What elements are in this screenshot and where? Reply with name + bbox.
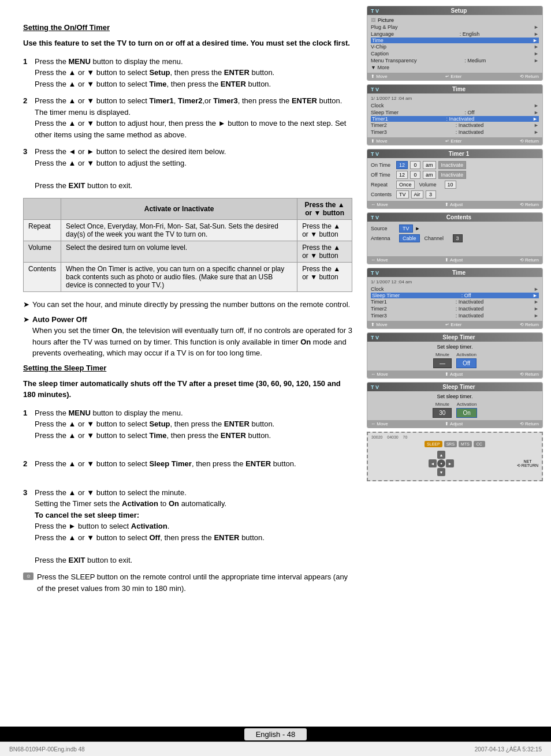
remote-dpad-up[interactable]: ▲ [437,451,445,459]
meta-left: BN68-01094P-00Eng.indb 48 [9,746,85,753]
timer1-repeat-row: Repeat Once Volume 10 [371,179,539,189]
panel-time-row-timer3: Timer3 : Inactivated ► [371,129,539,136]
remote-dpad-enter[interactable]: ● [437,459,445,467]
note-remote: ➤ You can set the hour, and minute direc… [23,299,352,310]
panel-time-row-sleep: Sleep Timer : Off ► [371,109,539,116]
remote-dpad-empty-tr [446,451,454,459]
contents-source-label: Source [371,226,397,231]
table-header-activate: Activate or Inactivate [61,199,297,220]
table-cell-repeat-label: Repeat [24,220,61,241]
table-cell-repeat-action: Press the ▲ or ▼ button [297,220,352,241]
panel-time2: T V Time 1/ 1/2007 12 :04 am Clock ► Sle… [367,268,543,329]
panel-time-timer3-value: : Inactivated [456,129,484,135]
panel-sleep2-set-text: Set sleep timer. [371,394,539,399]
remote-dpad-right[interactable]: ► [446,459,454,467]
panel-sleep2-activation-col: Activation On [456,402,476,418]
panel-time-sleep-label: Sleep Timer [371,110,405,115]
footer-bar: English - 48 [0,727,551,742]
table-cell-contents-action: Press the ▲ or ▼ button [297,263,352,292]
panel-sleep1-minute-label: Minute [433,352,452,357]
panel-time2-timer3-value: : Inactivated [456,313,484,319]
panel-time2-title: Time [452,270,466,276]
step-text-3: Press the ◄ or ► button to select the de… [35,146,226,191]
contents-source-arrow: ► [415,226,420,231]
remote-btn-sleep[interactable]: SLEEP [425,441,442,447]
remote-top-row: 30020 04030 70 [371,435,538,439]
panel-sleep2-minute-col: Minute 30 [433,402,452,418]
sidebar-panels: T V Setup 🖼 Picture Plug & Play ► Langua… [364,0,549,756]
panel-sleep1: T V Sleep Timer Set sleep timer. Minute … [367,332,543,379]
panel-contents-tv-label: T V [371,215,379,220]
panel-time2-footer-return: ⟲ Return [520,322,539,327]
panel-sleep1-footer-return: ⟲ Return [520,372,539,377]
panel-time2-clock-label: Clock [371,286,405,292]
panel-sleep1-minute-val: — [433,358,452,368]
panel-sleep2-footer-move: ↔ Move [371,421,388,426]
main-content: Setting the On/Off Timer Use this featur… [0,0,364,756]
sleep-step-2: 2 Press the ▲ or ▼ button to select Slee… [23,458,352,470]
panel-setup-caption-arrow: ► [534,51,539,57]
remote-dpad-left[interactable]: ◄ [429,459,437,467]
sleep-step-3: 3 Press the ▲ or ▼ button to select the … [23,487,352,566]
panel-time-timer2-arrow: ► [534,122,539,128]
panel-time: T V Time 1/ 1/2007 12 :04 am Clock ► Sle… [367,84,543,145]
step-num-2: 2 [23,95,35,140]
remote-btn-cc[interactable]: CC [474,441,485,447]
timer1-volume-val: 10 [445,181,456,189]
panel-time-footer-return: ⟲ Return [520,139,539,144]
timer1-off-activate: Inactivate [438,171,467,179]
panel-time2-row-sleep: Sleep Timer : Off ► [371,293,539,298]
panel-setup-row-menu-trans: Menu Transparency : Medium ► [371,57,539,64]
section-title-onoff: Setting the On/Off Timer [23,23,352,32]
panel-time-timer2-value: : Inactivated [456,122,484,128]
panel-time-timer3-arrow: ► [534,129,539,135]
step-2-onoff: 2 Press the ▲ or ▼ button to select Time… [23,95,352,140]
step-num-1: 1 [23,56,35,90]
timer1-off-hour: 12 [396,171,408,179]
timer1-off-min: 0 [410,171,420,179]
panel-sleep2-footer-adjust: ⬆ Adjust [445,421,463,426]
panel-time-clock-arrow: ► [534,103,539,108]
step-1-onoff: 1 Press the MENU button to display the m… [23,56,352,90]
sleep-step-text-1: Press the MENU button to display the men… [35,407,274,441]
panel-time-timer1-value: : Inactivated [446,116,475,122]
panel-time2-sleep-arrow: ► [533,293,538,298]
panel-time-body: 1/ 1/2007 12 :04 am Clock ► Sleep Timer … [367,93,542,137]
panel-time-title: Time [452,86,466,92]
panel-contents-footer-return: ⟲ Return [520,257,539,263]
remote-dpad-down[interactable]: ▼ [437,468,445,476]
panel-time2-date: 1/ 1/2007 12 :04 am [371,279,539,286]
panel-contents-footer-move: ↔ Move [371,257,388,263]
panel-sleep1-body: Set sleep timer. Minute — Activation Off [367,342,542,370]
timer1-contents-label: Contents [371,192,394,197]
remote-btn-mts[interactable]: MTS [459,441,472,447]
timer1-on-hour: 12 [396,161,408,169]
footer-text: English - 48 [256,730,296,739]
timer1-on-min: 0 [410,161,420,169]
panel-time2-footer: ⬆ Move ↵ Enter ⟲ Return [367,321,542,328]
panel-setup-lang-label: Language [371,31,405,37]
note-arrow-2: ➤ [23,314,32,359]
panel-sleep2-minute-label: Minute [433,402,452,407]
table-cell-repeat-desc: Select Once, Everyday, Mon-Fri, Mon- Sat… [61,220,297,241]
panel-time2-timer3-label: Timer3 [371,313,405,319]
step-text-2: Press the ▲ or ▼ button to select Timer1… [35,95,352,140]
panel-setup-picture-label: Picture [378,17,394,23]
remote-row1: 30020 04030 70 [371,435,407,439]
timer1-volume-label: Volume [419,182,442,188]
panel-setup-row-picture: 🖼 Picture [371,17,539,24]
remote-btn-srs[interactable]: SRS [444,441,457,447]
timer1-contents-air: Air [411,190,423,199]
contents-empty-row2 [371,249,539,255]
panel-sleep2-activation-label: Activation [456,402,476,407]
table-row: Repeat Select Once, Everyday, Mon-Fri, M… [24,220,352,241]
panel-time2-timer1-label: Timer1 [371,299,405,305]
panel-timer1: T V Timer 1 On Time 12 0 am Inactivate O… [367,149,543,209]
panel-sleep2-body: Set sleep timer. Minute 30 Activation On [367,391,542,420]
intro-onoff: Use this feature to set the TV to turn o… [23,38,352,49]
panel-setup-menutrans-label: Menu Transparency [371,58,417,63]
panel-sleep1-activation-label: Activation [456,352,476,357]
panel-setup-footer-enter: ↵ Enter [445,74,461,79]
panel-time-timer2-label: Timer2 [371,122,405,128]
timer1-on-time-row: On Time 12 0 am Inactivate [371,160,539,170]
